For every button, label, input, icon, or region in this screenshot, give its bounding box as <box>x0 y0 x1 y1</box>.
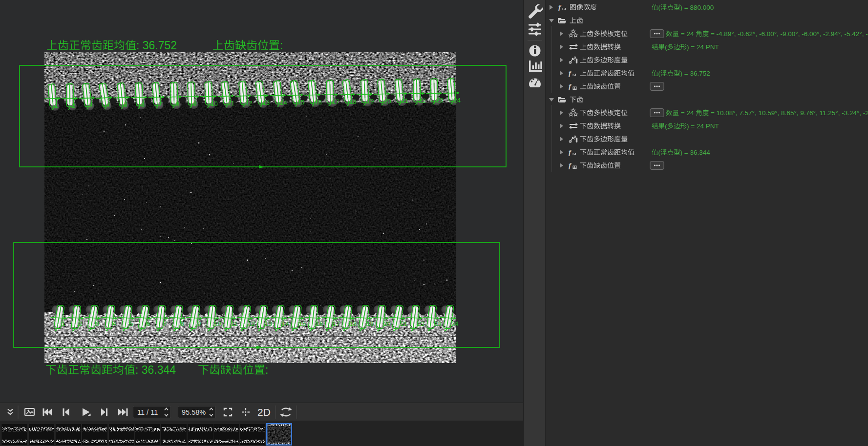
svg-text:2: 2 <box>79 320 82 327</box>
svg-text:20: 20 <box>384 98 391 105</box>
svg-text:(: ( <box>665 122 667 130</box>
svg-text:19: 19 <box>367 98 374 105</box>
svg-text:1: 1 <box>62 320 65 327</box>
svg-text:16: 16 <box>315 99 321 106</box>
svg-text:24: 24 <box>451 320 458 327</box>
svg-text:15: 15 <box>299 320 306 327</box>
svg-text:3: 3 <box>89 101 93 109</box>
svg-text:) = 880.000: ) = 880.000 <box>680 4 714 11</box>
svg-text:16: 16 <box>316 320 323 327</box>
svg-text:9: 9 <box>193 100 197 107</box>
svg-text:5: 5 <box>124 101 127 108</box>
svg-text:(: ( <box>658 4 661 11</box>
svg-text:21: 21 <box>402 97 408 104</box>
svg-text:8: 8 <box>176 101 179 108</box>
svg-text:(: ( <box>658 149 661 156</box>
svg-text:= 24: = 24 <box>679 109 696 117</box>
svg-text:5: 5 <box>129 320 133 327</box>
svg-text:13: 13 <box>265 320 272 327</box>
svg-text:f: f <box>569 69 572 77</box>
svg-text:21: 21 <box>401 320 407 327</box>
svg-text:17: 17 <box>333 320 339 327</box>
svg-text:1: 1 <box>55 102 58 109</box>
svg-text:4: 4 <box>106 101 110 109</box>
svg-text:= 10.08°, 7.57°, 10.59°, 8.65°: = 10.08°, 7.57°, 10.59°, 8.65°, 9.76°, 1… <box>709 109 868 117</box>
svg-text:24: 24 <box>454 97 461 104</box>
svg-text:9: 9 <box>197 320 201 327</box>
svg-text:10: 10 <box>211 100 217 107</box>
svg-text:4: 4 <box>113 320 116 327</box>
svg-text:f: f <box>569 162 572 169</box>
svg-text:f: f <box>558 3 562 11</box>
svg-text:2: 2 <box>72 102 75 109</box>
svg-text:f: f <box>569 148 572 156</box>
svg-text:) = 36.752: ) = 36.752 <box>680 70 710 77</box>
svg-text:22: 22 <box>419 97 425 104</box>
svg-text:7: 7 <box>159 101 162 108</box>
svg-text:15: 15 <box>297 99 304 106</box>
svg-text:(: ( <box>665 43 667 51</box>
svg-text:) = 24 PNT: ) = 24 PNT <box>687 43 719 51</box>
svg-text:12: 12 <box>245 100 252 107</box>
svg-text:23: 23 <box>436 97 443 104</box>
svg-text:: 36.752: : 36.752 <box>136 39 177 52</box>
svg-text:(: ( <box>658 70 661 77</box>
svg-text:= 24: = 24 <box>679 30 696 38</box>
svg-text:95.58%: 95.58% <box>182 408 206 416</box>
svg-text:= -4.89°, -0.62°, -6.00°, -9.0: = -4.89°, -0.62°, -6.00°, -9.00°, -6.00°… <box>709 30 868 38</box>
svg-text:17: 17 <box>332 98 339 105</box>
svg-text:18: 18 <box>349 98 356 105</box>
svg-text:7: 7 <box>164 320 167 327</box>
svg-text:6: 6 <box>141 101 145 108</box>
svg-text:f: f <box>569 82 572 90</box>
svg-text:13: 13 <box>263 99 270 106</box>
svg-text:14: 14 <box>280 99 287 106</box>
svg-text::: : <box>280 39 283 52</box>
svg-text:23: 23 <box>434 320 441 327</box>
svg-text:11: 11 <box>231 320 238 327</box>
svg-text:: 36.344: : 36.344 <box>135 364 176 376</box>
svg-text:20: 20 <box>383 320 390 327</box>
svg-text:22: 22 <box>418 320 424 327</box>
svg-text:) = 36.344: ) = 36.344 <box>680 149 711 156</box>
svg-text:19: 19 <box>367 320 374 327</box>
svg-text:8: 8 <box>180 320 184 327</box>
svg-text:18: 18 <box>350 320 357 327</box>
svg-text:11: 11 <box>228 100 235 107</box>
svg-text:12: 12 <box>248 320 255 327</box>
svg-text:11 / 11: 11 / 11 <box>137 408 158 416</box>
svg-text:) = 24 PNT: ) = 24 PNT <box>687 122 719 130</box>
svg-text:2D: 2D <box>257 406 271 418</box>
svg-text:6: 6 <box>147 320 150 327</box>
svg-text:14: 14 <box>282 320 289 327</box>
svg-text:10: 10 <box>214 320 221 327</box>
svg-text::: : <box>265 364 268 376</box>
svg-text:3: 3 <box>96 320 99 327</box>
